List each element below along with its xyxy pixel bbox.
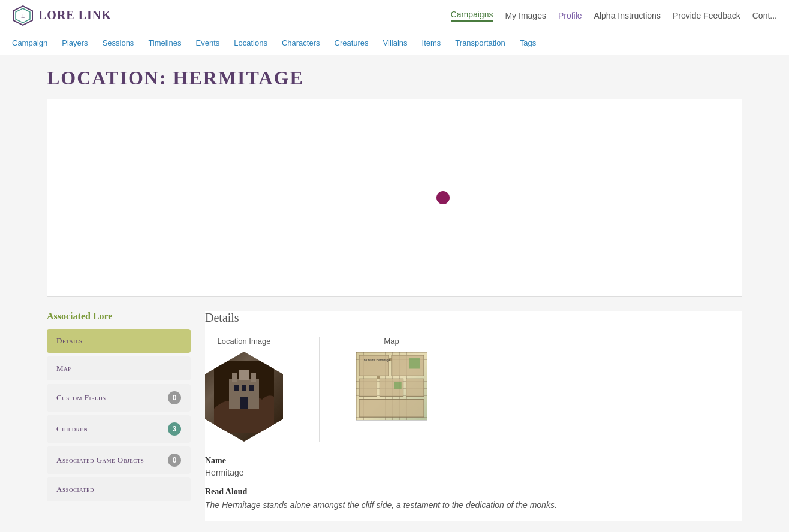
svg-rect-5 — [232, 373, 237, 382]
details-images: Location Image — [205, 337, 742, 442]
castle-svg — [214, 361, 274, 433]
top-nav: L Lore Link Campaigns My Images Profile … — [0, 0, 789, 31]
sidebar-item-associated[interactable]: Associated — [47, 477, 191, 501]
svg-rect-19 — [377, 376, 380, 379]
nav-profile[interactable]: Profile — [558, 11, 582, 20]
nav-transportation[interactable]: Transportation — [455, 38, 505, 47]
hex-image-inner — [205, 352, 283, 442]
svg-text:The Battle Hermitage: The Battle Hermitage — [362, 359, 390, 362]
nav-campaigns[interactable]: Campaigns — [451, 10, 493, 22]
nav-provide-feedback[interactable]: Provide Feedback — [673, 11, 740, 20]
svg-rect-10 — [249, 385, 254, 391]
svg-rect-7 — [239, 370, 249, 380]
map-area[interactable] — [47, 99, 742, 297]
nav-creatures[interactable]: Creatures — [335, 38, 369, 47]
details-title: Details — [205, 311, 742, 325]
name-field: Name Hermitage — [205, 456, 742, 477]
ago-badge: 0 — [168, 454, 181, 467]
svg-rect-6 — [251, 373, 256, 382]
nav-items[interactable]: Items — [422, 38, 441, 47]
read-aloud-label: Read Aloud — [205, 487, 742, 497]
logo-icon: L — [12, 5, 34, 26]
location-image-label: Location Image — [218, 337, 271, 346]
name-value: Hermitage — [205, 468, 742, 477]
sidebar-item-children[interactable]: Children 3 — [47, 415, 191, 443]
logo-area: L Lore Link — [12, 5, 112, 26]
svg-text:L: L — [21, 13, 25, 19]
page-title: Location: Hermitage — [47, 67, 742, 89]
nav-alpha-instructions[interactable]: Alpha Instructions — [594, 11, 661, 20]
svg-rect-17 — [359, 400, 424, 417]
location-image-block: Location Image — [205, 337, 283, 442]
sidebar-item-map[interactable]: Map — [47, 356, 191, 380]
svg-rect-20 — [394, 382, 402, 389]
page-content: Location: Hermitage Associated Lore Deta… — [35, 55, 754, 532]
sidebar-item-associated-label: Associated — [56, 485, 94, 494]
location-hex-image[interactable] — [205, 352, 283, 442]
svg-rect-21 — [409, 358, 420, 369]
top-nav-links: Campaigns My Images Profile Alpha Instru… — [451, 10, 777, 22]
sidebar-item-children-label: Children — [56, 424, 88, 434]
custom-fields-badge: 0 — [168, 391, 181, 404]
second-nav: Campaign Players Sessions Timelines Even… — [0, 31, 789, 55]
svg-rect-14 — [359, 379, 377, 396]
image-divider — [319, 337, 320, 442]
children-badge: 3 — [168, 422, 181, 436]
sidebar-item-associated-game-objects[interactable]: Associated Game Objects 0 — [47, 446, 191, 474]
sidebar-item-ago-label: Associated Game Objects — [56, 455, 144, 465]
logo-text: Lore Link — [38, 8, 112, 22]
map-image-label: Map — [384, 337, 399, 346]
nav-events[interactable]: Events — [196, 38, 220, 47]
sidebar-item-details-label: Details — [56, 336, 82, 346]
svg-rect-16 — [406, 379, 424, 396]
sidebar-item-custom-fields-label: Custom Fields — [56, 393, 106, 403]
map-location-dot[interactable] — [436, 191, 450, 204]
read-aloud-value: The Hermitage stands alone amongst the c… — [205, 499, 742, 512]
nav-tags[interactable]: Tags — [520, 38, 536, 47]
nav-characters[interactable]: Characters — [282, 38, 320, 47]
svg-rect-11 — [240, 397, 248, 409]
sidebar-title: Associated Lore — [47, 311, 191, 322]
details-panel: Details Location Image — [205, 311, 742, 521]
main-layout: Associated Lore Details Map Custom Field… — [47, 311, 742, 521]
sidebar: Associated Lore Details Map Custom Field… — [47, 311, 191, 505]
nav-players[interactable]: Players — [62, 38, 88, 47]
nav-sessions[interactable]: Sessions — [103, 38, 134, 47]
nav-locations[interactable]: Locations — [234, 38, 267, 47]
nav-villains[interactable]: Villains — [383, 38, 408, 47]
name-label: Name — [205, 456, 742, 466]
svg-rect-9 — [242, 385, 246, 391]
map-thumbnail-image[interactable]: The Battle Hermitage — [356, 352, 427, 421]
svg-rect-8 — [234, 385, 239, 391]
nav-my-images[interactable]: My Images — [505, 11, 546, 20]
map-image-block: Map — [356, 337, 427, 421]
map-rooms-svg: The Battle Hermitage — [356, 352, 427, 420]
sidebar-item-map-label: Map — [56, 364, 71, 373]
nav-timelines[interactable]: Timelines — [148, 38, 181, 47]
sidebar-item-custom-fields[interactable]: Custom Fields 0 — [47, 384, 191, 412]
sidebar-item-details[interactable]: Details — [47, 329, 191, 353]
nav-campaign[interactable]: Campaign — [12, 38, 47, 47]
read-aloud-field: Read Aloud The Hermitage stands alone am… — [205, 487, 742, 512]
hex-image-clip — [205, 352, 283, 442]
nav-cont[interactable]: Cont... — [752, 11, 777, 20]
